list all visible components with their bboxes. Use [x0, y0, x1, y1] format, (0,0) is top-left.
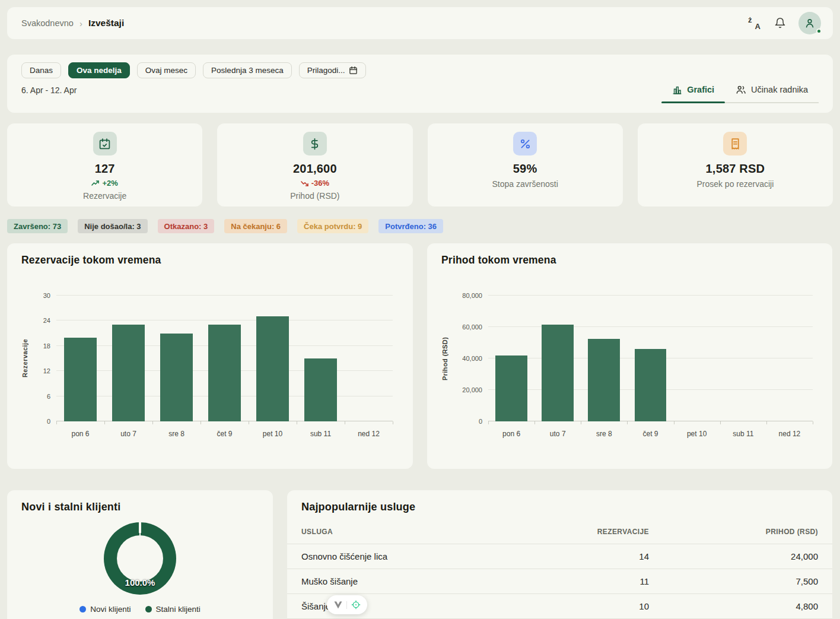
- x-tick-label: čet 9: [201, 430, 249, 438]
- clients-panel: Novi i stalni klijenti 100.0% Novi klije…: [7, 490, 273, 619]
- status-chip: Na čekanju: 6: [224, 219, 287, 233]
- filter-button[interactable]: Poslednja 3 meseca: [203, 62, 292, 78]
- stat-label: Rezervacije: [83, 191, 126, 201]
- translate-icon[interactable]: żA: [746, 15, 762, 31]
- popular-services-panel: Najpopularnije usluge Usluga Rezervacije…: [287, 490, 832, 619]
- breadcrumb: Svakodnevno › Izveštaji: [21, 18, 124, 28]
- filter-button[interactable]: Ovaj mesec: [137, 62, 196, 78]
- breadcrumb-current: Izveštaji: [88, 18, 124, 28]
- status-chip: Čeka potvrdu: 9: [297, 219, 368, 233]
- stat-label: Stopa završenosti: [492, 179, 558, 189]
- y-tick-label: 6: [47, 393, 50, 400]
- table-row: Šišanje brade104,800: [287, 594, 832, 619]
- chart-title: Prihod tokom vremena: [441, 254, 818, 266]
- stat-value: 59%: [513, 162, 537, 176]
- filter-card: DanasOva nedeljaOvaj mesecPoslednja 3 me…: [7, 55, 833, 113]
- avatar[interactable]: [798, 12, 821, 34]
- table-row: Osnovno čišćenje lica1424,000: [287, 544, 832, 569]
- bar: [542, 325, 574, 421]
- bar-chart-icon: [672, 85, 682, 95]
- y-axis-label: Rezervacije: [21, 296, 28, 421]
- plot-area: 020,00040,00060,00080,000: [488, 296, 813, 421]
- column-header-revenue: Prihod (RSD): [663, 528, 832, 544]
- column-header-service: Usluga: [287, 528, 545, 544]
- x-tick-label: pet 10: [249, 430, 297, 438]
- legend-item: Stalni klijenti: [145, 605, 201, 614]
- y-tick-label: 12: [43, 367, 50, 374]
- x-tick-label: ned 12: [345, 430, 393, 438]
- stat-value: 127: [95, 162, 115, 176]
- y-tick-label: 30: [43, 292, 50, 299]
- stat-value: 1,587 RSD: [706, 162, 765, 176]
- online-status-dot: [816, 28, 822, 34]
- revenue-chart-card: Prihod tokom vremena Prihod (RSD) 020,00…: [427, 243, 832, 469]
- x-tick-label: pon 6: [488, 430, 534, 438]
- stat-label: Prihod (RSD): [290, 191, 339, 201]
- calendar-icon: [349, 66, 358, 75]
- tab-grafici[interactable]: Grafici: [661, 84, 725, 103]
- view-tabs: GraficiUčinak radnika: [661, 84, 819, 103]
- stats-row: 127+2%Rezervacije201,600-36%Prihod (RSD)…: [7, 123, 833, 207]
- plot-area: 0612182430: [56, 296, 393, 421]
- date-filter-group: DanasOva nedeljaOvaj mesecPoslednja 3 me…: [21, 62, 819, 78]
- y-tick-label: 80,000: [462, 292, 482, 299]
- bar: [588, 339, 620, 421]
- status-chip: Potvrđeno: 36: [378, 219, 443, 233]
- status-chips-row: Završeno: 73Nije došao/la: 3Otkazano: 3N…: [7, 219, 833, 233]
- stat-label: Prosek po rezervaciji: [696, 179, 774, 189]
- date-range-label: 6. Apr - 12. Apr: [21, 85, 77, 103]
- status-chip: Otkazano: 3: [158, 219, 215, 233]
- bar: [635, 349, 667, 421]
- stat-trend: +2%: [91, 179, 117, 188]
- bar: [495, 355, 527, 421]
- y-tick-label: 18: [43, 342, 50, 350]
- bar: [208, 325, 241, 421]
- trend-up-icon: [91, 180, 99, 186]
- x-tick-label: sub 11: [297, 430, 345, 438]
- x-tick-label: ned 12: [766, 430, 813, 438]
- x-tick-label: sre 8: [581, 430, 627, 438]
- status-chip: Nije došao/la: 3: [78, 219, 147, 233]
- reservations-chart-card: Rezervacije tokom vremena Rezervacije 06…: [7, 243, 413, 469]
- y-tick-label: 24: [43, 317, 50, 324]
- stat-card: 201,600-36%Prihod (RSD): [217, 123, 412, 207]
- y-tick-label: 60,000: [462, 323, 482, 331]
- chart-title: Rezervacije tokom vremena: [21, 254, 399, 266]
- x-tick-label: pet 10: [674, 430, 720, 438]
- bar: [64, 338, 97, 421]
- table-row: Muško šišanje117,500: [287, 569, 832, 594]
- clients-donut-chart: 100.0%: [104, 522, 176, 595]
- floating-widget-pill[interactable]: [327, 595, 367, 614]
- filter-button[interactable]: Ova nedelja: [68, 62, 130, 78]
- breadcrumb-parent[interactable]: Svakodnevno: [21, 18, 74, 28]
- donut-legend: Novi klijentiStalni klijenti: [7, 605, 273, 614]
- top-bar: Svakodnevno › Izveštaji żA: [7, 7, 833, 39]
- bottom-row: Novi i stalni klijenti 100.0% Novi klije…: [7, 490, 833, 619]
- panel-title: Novi i stalni klijenti: [7, 501, 273, 513]
- percent-icon: [513, 132, 537, 155]
- charts-row: Rezervacije tokom vremena Rezervacije 06…: [7, 243, 833, 469]
- stat-card: 127+2%Rezervacije: [7, 123, 202, 207]
- y-tick-label: 20,000: [462, 386, 482, 393]
- chevron-right-icon: ›: [79, 18, 82, 28]
- target-icon[interactable]: [351, 600, 361, 610]
- bell-icon[interactable]: [772, 15, 788, 31]
- column-header-reservations: Rezervacije: [545, 528, 663, 544]
- x-tick-label: sub 11: [720, 430, 766, 438]
- receipt-icon: [723, 132, 747, 155]
- y-tick-label: 40,000: [462, 355, 482, 362]
- x-tick-label: uto 7: [104, 430, 152, 438]
- stat-value: 201,600: [293, 162, 337, 176]
- filter-button[interactable]: Danas: [21, 62, 61, 78]
- donut-percentage-label: 100.0%: [125, 577, 155, 588]
- dollar-icon: [303, 132, 327, 155]
- stat-card: 59%Stopa završenosti: [428, 123, 623, 207]
- divider: [346, 601, 347, 609]
- filter-button[interactable]: Prilagodi...: [299, 62, 367, 78]
- tab-učinak-radnika[interactable]: Učinak radnika: [725, 84, 819, 103]
- page: Svakodnevno › Izveštaji żA DanasOva nede…: [0, 0, 840, 619]
- v-logo-icon[interactable]: [334, 601, 342, 609]
- status-chip: Završeno: 73: [7, 219, 68, 233]
- bar: [160, 334, 193, 421]
- x-tick-label: čet 9: [627, 430, 673, 438]
